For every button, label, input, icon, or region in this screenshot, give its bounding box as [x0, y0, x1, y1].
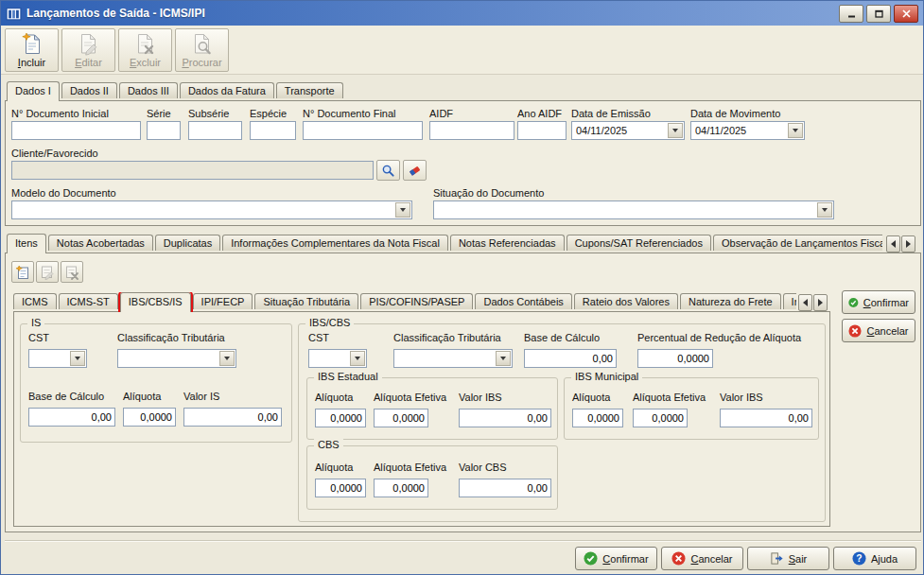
ibscbs-class-trib-combobox[interactable] [393, 349, 513, 368]
tab-dados-iii[interactable]: Dados III [119, 82, 178, 98]
tab-icms-st[interactable]: ICMS-ST [59, 293, 118, 309]
cliente-input[interactable] [11, 161, 374, 180]
ibs-estadual-efetiva-label: Alíquota Efetiva [374, 392, 446, 403]
data-movimento-combobox[interactable]: 04/11/2025 [690, 121, 805, 140]
cliente-label: Cliente/Favorecido [11, 148, 98, 159]
cbs-efetiva-input[interactable] [374, 479, 428, 497]
excluir-label: Excluir [130, 57, 161, 68]
search-icon [381, 164, 395, 178]
tab-dados-ii[interactable]: Dados II [61, 82, 117, 98]
ibs-estadual-valor-input[interactable] [459, 409, 551, 427]
subserie-input[interactable] [188, 121, 242, 140]
tab-itens[interactable]: Itens [7, 234, 46, 253]
ibs-municipal-title: IBS Municipal [571, 371, 642, 382]
is-class-trib-label: Classificação Tributária [117, 332, 225, 343]
aidf-input[interactable] [429, 121, 514, 140]
data-emissao-combobox[interactable]: 04/11/2025 [571, 121, 685, 140]
is-aliquota-input[interactable] [123, 408, 176, 427]
ibs-estadual-aliquota-input[interactable] [315, 409, 366, 427]
is-base-input[interactable] [28, 408, 115, 427]
maximize-button[interactable] [866, 5, 891, 23]
close-button[interactable] [894, 5, 918, 23]
especie-input[interactable] [250, 121, 296, 140]
ibs-municipal-efetiva-input[interactable] [633, 409, 688, 427]
item-confirmar-button[interactable]: Confirmar [842, 290, 915, 314]
is-cst-combobox[interactable] [28, 349, 87, 368]
tab-notas-referenciadas[interactable]: Notas Referenciadas [450, 235, 565, 251]
ibscbs-reducao-input[interactable] [637, 349, 713, 368]
tab-natureza-frete[interactable]: Natureza do Frete [680, 293, 781, 309]
procurar-button[interactable]: Procurar [175, 28, 229, 72]
tab-pis-cofins-pasep[interactable]: PIS/COFINS/PASEP [360, 293, 473, 309]
tab-informacoes-complementares[interactable]: Informações Complementares da Nota Fisca… [222, 235, 448, 251]
tab-observacao-lancamentos[interactable]: Observação de Lançamentos Fiscais (C [713, 235, 882, 251]
cancelar-button[interactable]: Cancelar [661, 547, 743, 570]
tab-ibs-cbs-is[interactable]: IBS/CBS/IS [120, 292, 191, 312]
situacao-combobox[interactable] [433, 200, 834, 219]
cliente-search-button[interactable] [376, 160, 400, 181]
minimize-icon [847, 9, 856, 18]
sair-button[interactable]: Sair [747, 547, 829, 570]
chevron-down-icon[interactable] [788, 123, 803, 138]
tab-dados-i[interactable]: Dados I [7, 81, 60, 101]
is-valor-input[interactable] [183, 408, 282, 427]
ibscbs-cst-combobox[interactable] [308, 349, 367, 368]
chevron-down-icon[interactable] [70, 351, 85, 366]
help-icon: ? [852, 551, 866, 566]
tax-tabs-scroll-right-button[interactable] [813, 294, 828, 311]
check-circle-icon [584, 551, 598, 566]
tab-cupons-sat[interactable]: Cupons/SAT Referenciados [567, 235, 711, 251]
serie-input[interactable] [147, 121, 181, 140]
tab-transporte[interactable]: Transporte [276, 82, 343, 98]
tab-situacao-tributaria[interactable]: Situação Tributária [254, 293, 358, 309]
chevron-down-icon[interactable] [817, 202, 832, 218]
ibs-municipal-aliquota-input[interactable] [572, 409, 623, 427]
item-add-button[interactable] [11, 261, 34, 283]
ibs-municipal-aliquota-label: Alíquota [572, 392, 610, 403]
ano-aidf-input[interactable] [517, 121, 567, 140]
incluir-button[interactable]: Incluir [5, 28, 59, 72]
app-icon [6, 6, 22, 22]
data-emissao-label: Data de Emissão [571, 108, 651, 119]
cbs-valor-input[interactable] [459, 479, 551, 497]
tax-tabs-scroll-left-button[interactable] [798, 294, 812, 311]
tab-informacoes[interactable]: Informações d [783, 293, 796, 309]
doc-final-label: N° Documento Final [303, 108, 396, 119]
tab-ipi-fecp[interactable]: IPI/FECP [193, 293, 253, 309]
editar-button[interactable]: Editar [61, 28, 115, 72]
ibs-estadual-groupbox: IBS Estadual Alíquota Alíquota Efetiva V… [306, 377, 558, 440]
itens-tabs-scroll-left-button[interactable] [886, 235, 900, 253]
ibscbs-cst-label: CST [308, 332, 329, 343]
ibs-estadual-title: IBS Estadual [314, 371, 382, 382]
ibs-estadual-efetiva-input[interactable] [374, 409, 428, 427]
item-edit-button[interactable] [36, 261, 59, 283]
chevron-down-icon[interactable] [219, 351, 235, 366]
confirmar-button[interactable]: Confirmar [575, 547, 657, 570]
tab-dados-contabeis[interactable]: Dados Contábeis [475, 293, 571, 309]
chevron-down-icon[interactable] [350, 351, 365, 366]
itens-tabs-scroll-right-button[interactable] [901, 235, 915, 253]
cbs-aliquota-input[interactable] [315, 479, 366, 497]
excluir-button[interactable]: Excluir [118, 28, 172, 72]
ibscbs-base-input[interactable] [524, 349, 617, 368]
tab-notas-acobertadas[interactable]: Notas Acobertadas [48, 235, 153, 251]
item-cancelar-button[interactable]: Cancelar [842, 319, 915, 342]
tab-dados-da-fatura[interactable]: Dados da Fatura [180, 82, 274, 98]
chevron-down-icon[interactable] [668, 123, 683, 138]
doc-final-input[interactable] [303, 121, 423, 140]
ibs-municipal-valor-input[interactable] [720, 409, 812, 427]
tab-rateio-valores[interactable]: Rateio dos Valores [574, 293, 678, 309]
minimize-button[interactable] [839, 5, 863, 23]
tab-duplicatas[interactable]: Duplicatas [155, 235, 220, 251]
ajuda-button[interactable]: ? Ajuda [833, 547, 916, 570]
item-delete-button[interactable] [61, 261, 83, 283]
cliente-clear-button[interactable] [403, 160, 427, 181]
doc-inicial-input[interactable] [11, 121, 141, 140]
chevron-down-icon[interactable] [395, 202, 410, 218]
new-item-icon [15, 265, 30, 280]
modelo-combobox[interactable] [11, 200, 412, 219]
tab-icms[interactable]: ICMS [13, 293, 57, 309]
is-class-trib-combobox[interactable] [117, 349, 236, 368]
chevron-down-icon[interactable] [496, 351, 511, 366]
window-controls [839, 5, 918, 23]
